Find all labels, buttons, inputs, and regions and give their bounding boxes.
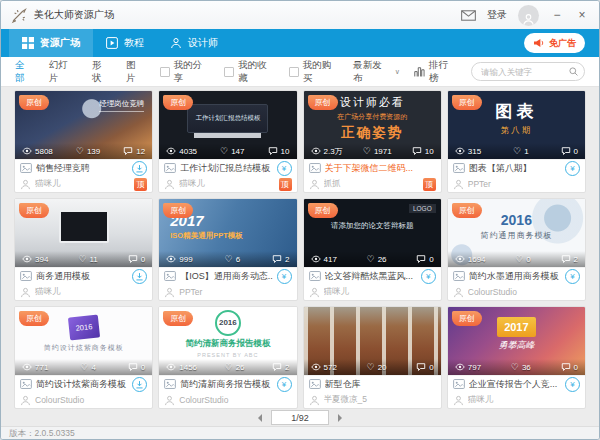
template-card[interactable]: 原创 LOGO 请添加您的论文答辩标题 417 ♡26 0 论文答辩酷炫黑蓝风.… xyxy=(303,198,442,301)
template-card[interactable]: 原创 2016 简约清新商务报告模板 PRESENT BY ABC 1456 ♡… xyxy=(158,306,297,409)
card-author[interactable]: 猫咪儿 xyxy=(35,178,130,190)
prev-page-button[interactable] xyxy=(258,414,262,422)
template-thumbnail[interactable]: 原创 经理岗位竞聘 5808 ♡139 12 xyxy=(15,91,152,159)
card-title[interactable]: 新型仓库 xyxy=(325,378,436,391)
template-card[interactable]: 原创 工作计划汇报总结模板 4035 ♡147 10 工作计划汇报总结模板 ¥ xyxy=(158,90,297,193)
comments-stat: 2 xyxy=(272,363,289,372)
paid-icon[interactable]: ¥ xyxy=(277,377,292,392)
template-card[interactable]: 原创 394 ♡11 0 商务通用模板 猫咪儿 xyxy=(14,198,153,301)
search-input[interactable] xyxy=(471,62,585,81)
paid-icon[interactable]: ¥ xyxy=(565,161,580,176)
card-title[interactable]: 关于下架微信二维码... xyxy=(325,162,436,175)
card-author[interactable]: 抓抓 xyxy=(324,178,419,190)
sort-dropdown[interactable]: 最新发布 ∨ xyxy=(353,59,400,85)
card-author[interactable]: ColourStudio xyxy=(35,395,147,405)
category-shapes[interactable]: 形状 xyxy=(92,59,111,85)
card-title[interactable]: 【IOS】通用商务动态... xyxy=(180,270,272,283)
card-title[interactable]: 简约清新商务报告模板 xyxy=(180,378,272,391)
author-icon xyxy=(309,287,320,298)
download-icon[interactable] xyxy=(132,269,147,284)
mail-icon[interactable] xyxy=(461,10,476,21)
card-author[interactable]: 猫咪儿 xyxy=(324,286,436,298)
eye-icon xyxy=(22,147,32,155)
comments-stat: 12 xyxy=(123,147,145,156)
paid-icon[interactable]: ¥ xyxy=(565,377,580,392)
checkbox-label: 我的购买 xyxy=(303,59,341,85)
comments-stat: 10 xyxy=(412,147,434,156)
template-card[interactable]: 原创 设计师必看 在广场分享付费资源的 正确姿势 2.3万 ♡1971 10 关… xyxy=(303,90,442,193)
thumb-text: 在广场分享付费资源的 xyxy=(337,112,407,122)
template-card[interactable]: 原创 经理岗位竞聘 5808 ♡139 12 销售经理竞聘 xyxy=(14,90,153,193)
login-button[interactable]: 登录 xyxy=(487,8,507,22)
original-badge: 原创 xyxy=(163,203,193,218)
search-icon[interactable] xyxy=(569,67,578,76)
card-title[interactable]: 图表【第八期】 xyxy=(469,162,561,175)
tab-resource-plaza[interactable]: 资源广场 xyxy=(9,29,93,57)
page-indicator[interactable]: 1/92 xyxy=(271,410,329,425)
next-page-button[interactable] xyxy=(338,414,342,422)
card-author[interactable]: PPTer xyxy=(179,287,291,297)
template-thumbnail[interactable]: 原创 工作计划汇报总结模板 4035 ♡147 10 xyxy=(159,91,296,159)
card-title[interactable]: 企业宣传报告个人竞... xyxy=(469,378,561,391)
card-stats: 417 ♡26 0 xyxy=(304,251,441,267)
template-thumbnail[interactable]: 572 ♡20 0 xyxy=(304,307,441,375)
heart-icon: ♡ xyxy=(80,363,88,371)
my-favorites-checkbox[interactable]: 我的收藏 xyxy=(224,59,276,85)
card-title[interactable]: 商务通用模板 xyxy=(36,270,128,283)
card-author[interactable]: 猫咪儿 xyxy=(35,286,147,298)
template-card[interactable]: 原创 2016 简约通用商务模板 1694 ♡0 2 简约水墨通用商务模板 ¥ xyxy=(447,198,586,301)
avatar[interactable] xyxy=(518,5,539,26)
category-all[interactable]: 全部 xyxy=(15,59,34,85)
card-title[interactable]: 简约水墨通用商务模板 xyxy=(469,270,561,283)
download-icon[interactable] xyxy=(132,377,147,392)
template-thumbnail[interactable]: 原创 2017 ISO精美通用PPT模板 999 ♡6 2 xyxy=(159,199,296,267)
my-shares-checkbox[interactable]: 我的分享 xyxy=(160,59,212,85)
paid-icon[interactable]: ¥ xyxy=(277,269,292,284)
template-thumbnail[interactable]: 原创 2016 简约通用商务模板 1694 ♡0 2 xyxy=(448,199,585,267)
template-thumbnail[interactable]: 原创 2017 勇攀高峰 797 ♡36 0 xyxy=(448,307,585,375)
download-icon[interactable] xyxy=(132,161,147,176)
close-button[interactable]: × xyxy=(575,8,589,22)
ad-free-button[interactable]: 免广告 xyxy=(524,33,585,53)
ranking-button[interactable]: 排行榜 xyxy=(414,59,457,85)
my-purchases-checkbox[interactable]: 我的购买 xyxy=(289,59,341,85)
template-thumbnail[interactable]: 原创 394 ♡11 0 xyxy=(15,199,152,267)
likes-stat: ♡6 xyxy=(225,255,241,264)
minimize-button[interactable]: − xyxy=(550,8,564,22)
tab-label: 设计师 xyxy=(188,36,218,50)
card-author[interactable]: ColourStudio xyxy=(179,395,291,405)
card-title[interactable]: 论文答辩酷炫黑蓝风... xyxy=(325,270,417,283)
template-card[interactable]: 原创 2016 简约设计炫紫商务模板 771 ♡4 0 简约设计炫紫商务模板 xyxy=(14,306,153,409)
tab-designers[interactable]: 设计师 xyxy=(157,29,231,57)
card-title[interactable]: 销售经理竞聘 xyxy=(36,162,128,175)
thumb-text: 正确姿势 xyxy=(341,124,403,142)
template-thumbnail[interactable]: 原创 设计师必看 在广场分享付费资源的 正确姿势 2.3万 ♡1971 10 xyxy=(304,91,441,159)
template-thumbnail[interactable]: 原创 图表 第八期 315 ♡1 0 xyxy=(448,91,585,159)
category-images[interactable]: 图片 xyxy=(126,59,145,85)
template-card[interactable]: 原创 2017 勇攀高峰 797 ♡36 0 企业宣传报告个人竞... ¥ xyxy=(447,306,586,409)
card-author[interactable]: 猫咪儿 xyxy=(468,394,580,406)
paid-icon[interactable]: ¥ xyxy=(277,161,292,176)
card-author[interactable]: 猫咪儿 xyxy=(179,178,274,190)
checkbox-icon[interactable] xyxy=(224,67,234,77)
paid-icon[interactable]: ¥ xyxy=(421,269,436,284)
template-card[interactable]: 原创 2017 ISO精美通用PPT模板 999 ♡6 2 【IOS】通用商务动… xyxy=(158,198,297,301)
checkbox-icon[interactable] xyxy=(160,67,170,77)
template-thumbnail[interactable]: 原创 LOGO 请添加您的论文答辩标题 417 ♡26 0 xyxy=(304,199,441,267)
tab-tutorials[interactable]: 教程 xyxy=(93,29,157,57)
card-author[interactable]: ColourStudio xyxy=(468,287,580,297)
card-title[interactable]: 工作计划汇报总结模板 xyxy=(180,162,272,175)
card-title[interactable]: 简约设计炫紫商务模板 xyxy=(36,378,128,391)
template-thumbnail[interactable]: 原创 2016 简约设计炫紫商务模板 771 ♡4 0 xyxy=(15,307,152,375)
eye-icon xyxy=(455,147,465,155)
checkbox-icon[interactable] xyxy=(289,67,299,77)
paid-icon[interactable]: ¥ xyxy=(565,269,580,284)
eye-icon xyxy=(166,363,176,371)
card-author[interactable]: PPTer xyxy=(468,179,580,189)
template-card[interactable]: 原创 图表 第八期 315 ♡1 0 图表【第八期】 ¥ xyxy=(447,90,586,193)
category-slides[interactable]: 幻灯片 xyxy=(49,59,77,85)
template-thumbnail[interactable]: 原创 2016 简约清新商务报告模板 PRESENT BY ABC 1456 ♡… xyxy=(159,307,296,375)
author-icon xyxy=(453,287,464,298)
template-card[interactable]: 572 ♡20 0 新型仓库 半夏微凉_5 xyxy=(303,306,442,409)
card-author[interactable]: 半夏微凉_5 xyxy=(324,394,436,406)
